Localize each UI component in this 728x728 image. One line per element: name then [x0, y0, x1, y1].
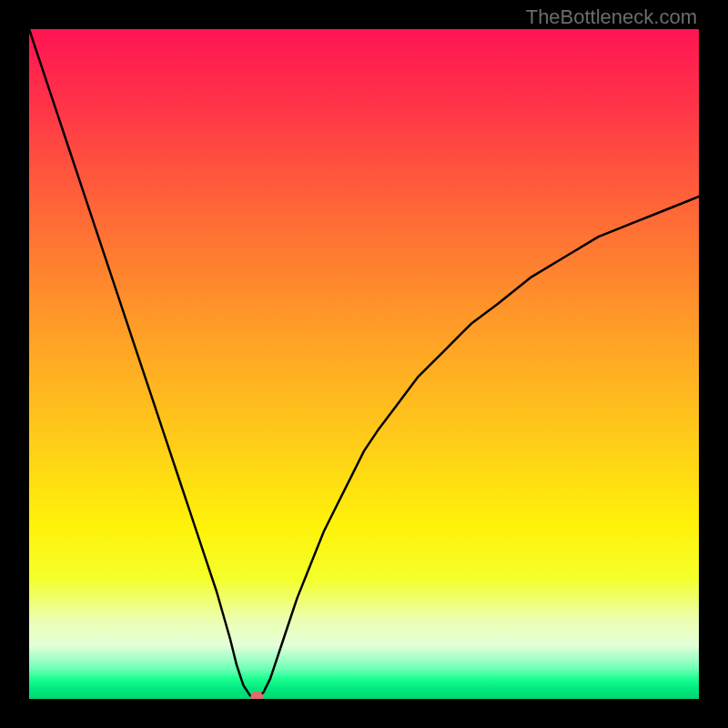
chart-background — [29, 29, 699, 699]
chart-svg — [29, 29, 699, 699]
watermark-text: TheBottleneck.com — [526, 5, 697, 29]
chart-frame: TheBottleneck.com — [0, 0, 728, 728]
chart-plot-area — [29, 29, 699, 699]
